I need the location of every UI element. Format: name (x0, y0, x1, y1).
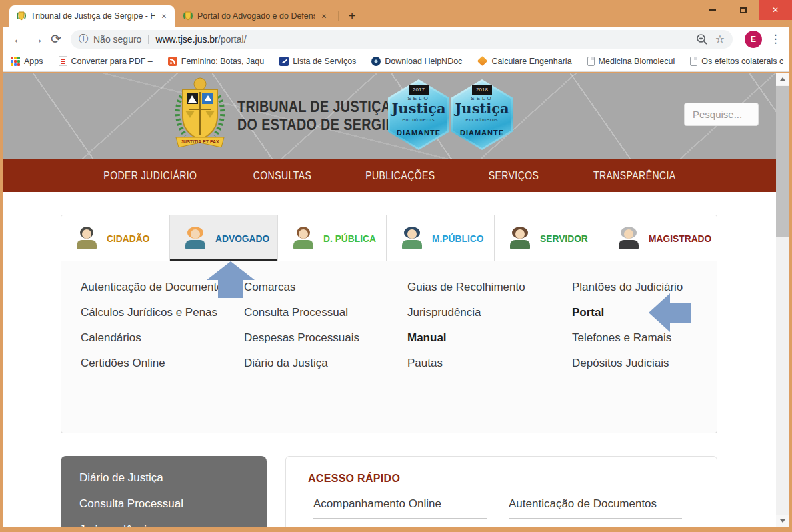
selo-justica-badge-2017: 2017 SELO Justiça em números DIAMANTE (388, 79, 449, 150)
nav-poder-judiciario[interactable]: PODER JUDICIÁRIO (104, 169, 197, 182)
menu-item[interactable]: Plantões do Judiciário (572, 280, 683, 294)
menu-item[interactable]: Diário da Justiça (244, 356, 359, 370)
scroll-down-icon (780, 519, 785, 523)
bookmarks-bar: Apps Converter para PDF – Feminino: Bota… (3, 51, 789, 72)
reload-button[interactable]: ⟳ (47, 30, 65, 49)
browser-window: Tribunal de Justiça de Sergipe - H ✕ Por… (0, 0, 792, 532)
tab-m-publico[interactable]: M.PÚBLICO (386, 215, 495, 261)
quick-access-card: ACESSO RÁPIDO Acompanhamento Online Aute… (285, 456, 717, 527)
page-viewport: JUSTITIA ET PAX TRIBUNAL DE JUSTIÇA DO E… (3, 73, 789, 527)
bookmark-item[interactable]: Feminino: Botas, Jaqu (168, 57, 264, 66)
menu-item[interactable]: Depósitos Judiciais (572, 356, 683, 370)
close-tab-icon[interactable]: ✕ (319, 11, 329, 21)
minimize-icon (709, 9, 716, 11)
browser-tab-active[interactable]: Tribunal de Justiça de Sergipe - H ✕ (9, 5, 175, 27)
bookmark-star-icon[interactable]: ☆ (715, 33, 725, 45)
profile-avatar[interactable]: E (745, 31, 762, 48)
tab-cidadao[interactable]: CIDADÃO (61, 215, 170, 261)
nav-transparencia[interactable]: TRANSPARÊNCIA (593, 169, 676, 182)
badge-level: DIAMANTE (451, 129, 513, 137)
bookmark-label: Apps (24, 57, 43, 66)
profile-tabs: CIDADÃO ADVOGADO D. PÚBLICA M.PÚBLICO SE… (61, 215, 717, 261)
apps-grid-icon (11, 57, 20, 66)
tab-d-publica[interactable]: D. PÚBLICA (277, 215, 387, 261)
menu-item[interactable]: Cálculos Jurídicos e Penas (81, 305, 229, 319)
maximize-button[interactable] (728, 0, 759, 20)
menu-item[interactable]: Pautas (407, 356, 525, 370)
menu-item[interactable]: Despesas Processuais (244, 331, 359, 345)
menu-item[interactable]: Jurisprudência (407, 305, 525, 319)
tab-magistrado[interactable]: MAGISTRADO (603, 215, 718, 261)
forward-button[interactable]: → (28, 30, 47, 49)
site-title: TRIBUNAL DE JUSTIÇA DO ESTADO DE SERGIPE (237, 97, 404, 133)
info-icon[interactable]: ⓘ (79, 33, 88, 45)
menu-item[interactable]: Certidões Online (81, 356, 229, 370)
quick-access-grid: Acompanhamento Online Autenticação de Do… (313, 497, 682, 527)
arrow-shaft (670, 303, 691, 323)
close-tab-icon[interactable]: ✕ (159, 11, 169, 21)
tab-title: Tribunal de Justiça de Sergipe - H (31, 11, 155, 21)
quick-links-sidebar: Diário de Justiça Consulta Processual Ju… (61, 456, 267, 527)
quick-access-item[interactable]: Cadastro de Peritos Judiciais (313, 525, 487, 527)
arrow-shaft (218, 280, 243, 298)
tab-advogado[interactable]: ADVOGADO (169, 215, 279, 261)
menu-dots-icon[interactable]: ⋮ (769, 32, 782, 46)
menu-item[interactable]: Calendários (81, 331, 229, 345)
arrow-head (649, 293, 670, 332)
close-window-button[interactable]: ✕ (759, 0, 792, 20)
menu-item[interactable]: Comarcas (244, 280, 359, 294)
arrow-head (207, 261, 255, 280)
bookmark-label: Os efeitos colaterais c (701, 57, 783, 66)
site-search-input[interactable] (684, 103, 759, 126)
sidebar-item-jurisprudencia[interactable]: Jurisprudência (79, 517, 251, 527)
new-tab-button[interactable]: + (344, 8, 360, 24)
quick-access-item[interactable]: Certidão Eletrônica (509, 525, 682, 527)
maximize-icon (740, 7, 747, 13)
bookmark-label: Converter para PDF – (71, 57, 153, 66)
bookmark-item[interactable]: Os efeitos colaterais c (690, 57, 783, 66)
scroll-down-button[interactable] (776, 515, 789, 527)
bookmark-item[interactable]: Calculare Engenharia (477, 57, 571, 66)
menu-item[interactable]: Telefones e Ramais (572, 331, 683, 345)
tab-label: MAGISTRADO (649, 233, 711, 244)
menu-item-manual[interactable]: Manual (407, 331, 525, 345)
menu-item[interactable]: Guias de Recolhimento (407, 280, 525, 294)
bookmark-item[interactable]: Medicina Biomolecul (587, 57, 675, 66)
address-bar[interactable]: ⓘ Não seguro www.tjse.jus.br /portal/ ☆ (71, 30, 733, 49)
quick-access-item[interactable]: Autenticação de Documentos (509, 497, 682, 519)
advogado-menu-panel: Autenticação de Documentos Cálculos Jurí… (61, 261, 717, 433)
window-controls: ✕ (697, 0, 792, 20)
tjse-favicon-icon (183, 11, 193, 21)
site-title-line1: TRIBUNAL DE JUSTIÇA (237, 97, 404, 115)
browser-tab-inactive[interactable]: Portal do Advogado e do Defens ✕ (176, 5, 335, 27)
scroll-up-icon (780, 77, 785, 81)
minimize-button[interactable] (697, 0, 728, 20)
menu-column-3: Guias de Recolhimento Jurisprudência Man… (407, 280, 525, 370)
nav-servicos[interactable]: SERVIÇOS (489, 169, 539, 182)
tab-title: Portal do Advogado e do Defens (197, 11, 315, 21)
badge-subtitle: em números (388, 117, 449, 122)
quick-access-item[interactable]: Acompanhamento Online (313, 497, 487, 519)
badge-year: 2018 (472, 85, 492, 95)
selo-justica-badge-2018: 2018 SELO Justiça em números DIAMANTE (451, 79, 513, 150)
scrollbar-thumb[interactable] (776, 86, 789, 237)
menu-item[interactable]: Consulta Processual (244, 305, 359, 319)
page-scrollbar[interactable] (776, 73, 789, 527)
scroll-up-button[interactable] (776, 73, 789, 85)
quick-access-title: ACESSO RÁPIDO (308, 473, 400, 485)
sidebar-item-consulta[interactable]: Consulta Processual (79, 491, 251, 517)
url-path: /portal/ (218, 34, 247, 45)
bookmark-label: Medicina Biomolecul (599, 57, 675, 66)
zoom-in-icon[interactable] (695, 33, 709, 46)
bookmark-item[interactable]: Download HelpNDoc (371, 57, 462, 66)
sidebar-item-diario[interactable]: Diário de Justiça (79, 465, 251, 491)
nav-publicacoes[interactable]: PUBLICAÇÕES (365, 169, 435, 182)
bookmark-label: Feminino: Botas, Jaqu (181, 57, 264, 66)
back-button[interactable]: ← (9, 30, 28, 49)
diamond-icon (477, 56, 488, 67)
apps-shortcut[interactable]: Apps (11, 57, 43, 66)
tab-servidor[interactable]: SERVIDOR (494, 215, 603, 261)
bookmark-item[interactable]: Converter para PDF – (59, 56, 153, 66)
nav-consultas[interactable]: CONSULTAS (253, 169, 311, 182)
bookmark-item[interactable]: Lista de Serviços (279, 57, 356, 66)
